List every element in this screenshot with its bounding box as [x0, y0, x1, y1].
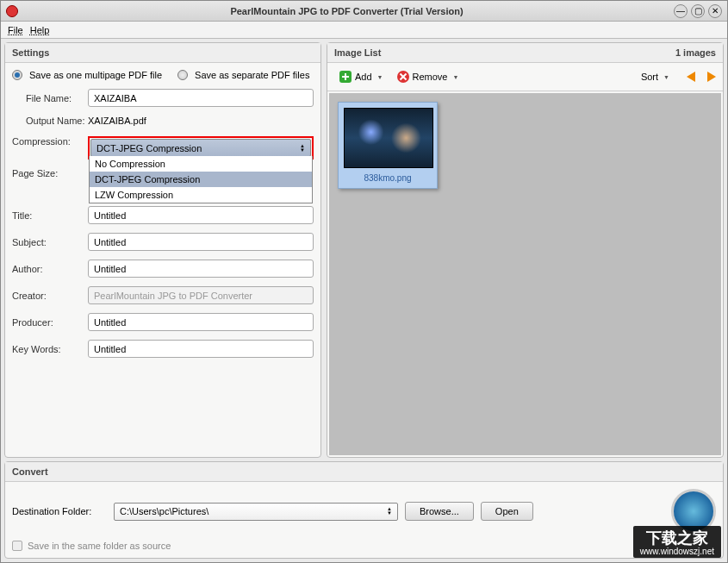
caret-down-icon: ▼ [452, 74, 458, 80]
compression-option-dct[interactable]: DCT-JPEG Compression [90, 172, 312, 187]
window-title: PearlMountain JPG to PDF Converter (Tria… [23, 6, 670, 16]
radio-separate[interactable] [177, 70, 188, 80]
caret-down-icon: ▼ [377, 74, 383, 80]
menu-help[interactable]: Help [30, 25, 50, 35]
radio-multipage[interactable] [12, 70, 22, 80]
output-name-label: Output Name: [26, 116, 88, 126]
titlebar: PearlMountain JPG to PDF Converter (Tria… [1, 1, 727, 22]
radio-separate-label: Save as separate PDF files [195, 70, 309, 80]
thumbnail-item[interactable]: 838kmo.png [338, 102, 438, 189]
title-label: Title: [12, 210, 88, 221]
close-button[interactable]: ✕ [708, 4, 722, 18]
image-count: 1 images [675, 47, 716, 58]
keywords-label: Key Words: [12, 344, 88, 354]
settings-panel: Settings Save as one multipage PDF file … [4, 42, 321, 458]
maximize-button[interactable]: ▢ [691, 4, 705, 18]
output-name-value: XAIZAIBA.pdf [88, 116, 146, 126]
sort-button[interactable]: Sort▼ [636, 69, 675, 84]
caret-down-icon: ▼ [663, 74, 669, 80]
plus-icon [339, 71, 352, 83]
same-folder-checkbox[interactable] [12, 541, 22, 551]
menubar: File Help [1, 22, 727, 39]
compression-option-none[interactable]: No Compression [90, 156, 312, 172]
watermark-cn: 下载之家 [640, 529, 714, 547]
remove-button[interactable]: Remove▼ [392, 68, 464, 85]
compression-label: Compression: [12, 136, 88, 147]
producer-input[interactable] [88, 313, 314, 331]
thumbnails-area[interactable]: 838kmo.png [329, 93, 721, 455]
convert-title: Convert [5, 462, 723, 482]
page-size-label: Page Size: [12, 168, 88, 178]
select-arrows-icon: ▲▼ [387, 507, 392, 516]
watermark-url: www.windowszj.net [640, 547, 714, 556]
creator-label: Creator: [12, 291, 88, 301]
destination-select[interactable]: C:\Users\pc\Pictures\ ▲▼ [114, 503, 398, 521]
open-button[interactable]: Open [481, 502, 533, 521]
thumbnail-image [344, 108, 433, 168]
settings-title: Settings [5, 43, 320, 63]
add-button[interactable]: Add▼ [334, 68, 389, 85]
image-list-title: Image List [334, 47, 381, 58]
same-folder-label: Save in the same folder as source [28, 541, 171, 551]
minimize-button[interactable]: — [674, 4, 688, 18]
menu-file[interactable]: File [8, 25, 23, 35]
author-label: Author: [12, 264, 88, 274]
thumbnail-label: 838kmo.png [344, 173, 432, 183]
select-arrows-icon: ▲▼ [300, 144, 305, 153]
image-toolbar: Add▼ Remove▼ Sort▼ [327, 63, 723, 91]
creator-input [88, 286, 314, 304]
destination-value: C:\Users\pc\Pictures\ [120, 506, 208, 516]
title-input[interactable] [88, 206, 314, 224]
compression-dropdown: No Compression DCT-JPEG Compression LZW … [89, 156, 313, 203]
move-left-button[interactable] [687, 72, 695, 82]
remove-icon [397, 71, 409, 83]
subject-input[interactable] [88, 233, 314, 251]
file-name-input[interactable] [88, 89, 314, 107]
file-name-label: File Name: [26, 93, 88, 103]
compression-select[interactable]: DCT-JPEG Compression ▲▼ [90, 139, 311, 157]
watermark: 下载之家 www.windowszj.net [633, 526, 721, 558]
compression-value: DCT-JPEG Compression [96, 143, 202, 153]
browse-button[interactable]: Browse... [405, 502, 474, 521]
subject-label: Subject: [12, 237, 88, 247]
keywords-input[interactable] [88, 340, 314, 358]
image-list-panel: Image List 1 images Add▼ Remove▼ Sort▼ 8… [327, 42, 724, 458]
radio-multipage-label: Save as one multipage PDF file [29, 70, 162, 80]
compression-option-lzw[interactable]: LZW Compression [90, 187, 312, 203]
compression-highlight: DCT-JPEG Compression ▲▼ No Compression D… [88, 136, 314, 160]
author-input[interactable] [88, 260, 314, 278]
producer-label: Producer: [12, 317, 88, 328]
app-icon [6, 5, 18, 17]
destination-label: Destination Folder: [12, 506, 107, 516]
convert-panel: Convert Destination Folder: C:\Users\pc\… [4, 461, 724, 559]
move-right-button[interactable] [707, 72, 716, 82]
